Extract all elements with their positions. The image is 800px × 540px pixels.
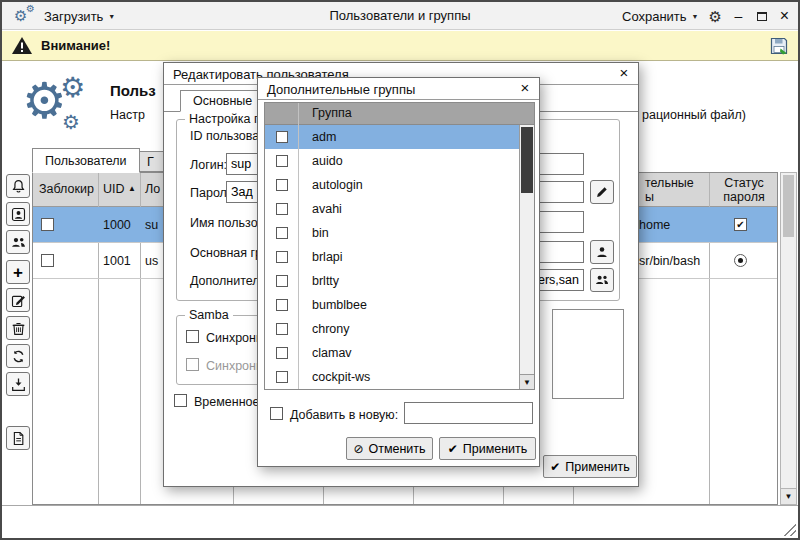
group-label: adm	[312, 125, 336, 149]
toolbar-edit-button[interactable]	[6, 288, 30, 312]
group-row[interactable]: clamav	[265, 341, 519, 365]
window-titlebar: ⚙ ⚙ Загрузить ▼ Пользователи и группы Со…	[2, 2, 798, 30]
group-checkbox[interactable]	[276, 347, 288, 359]
group-checkbox[interactable]	[276, 227, 288, 239]
scrollbar-thumb[interactable]	[521, 127, 533, 193]
toolbar-add-button[interactable]: +	[6, 260, 30, 284]
dialog-titlebar: Дополнительные группы ×	[258, 78, 539, 100]
login-cell: us	[145, 243, 158, 279]
group-row[interactable]: bin	[265, 221, 519, 245]
password-status-radio[interactable]	[734, 254, 747, 267]
group-row[interactable]: avahi	[265, 197, 519, 221]
settings-gear-button[interactable]: ⚙	[709, 9, 722, 24]
scrollbar-down-button[interactable]: ▼	[781, 488, 796, 504]
uid-cell: 1000	[103, 207, 131, 243]
groups-list-box[interactable]	[552, 309, 624, 399]
temp-account-checkbox[interactable]	[174, 394, 187, 407]
group-checkbox[interactable]	[276, 155, 288, 167]
vertical-scrollbar[interactable]: ▼	[519, 125, 534, 389]
home-cell: home	[639, 207, 670, 243]
group-checkbox[interactable]	[276, 131, 288, 143]
column-divider	[298, 103, 299, 389]
column-header-uid[interactable]: UID ▲	[103, 182, 136, 196]
refresh-icon	[11, 349, 26, 364]
shell-cell: sr/bin/bash	[639, 243, 700, 279]
fieldset-legend: Samba	[185, 308, 233, 322]
scrollbar-down-button[interactable]: ▼	[520, 374, 534, 389]
toolbar-refresh-button[interactable]	[6, 344, 30, 368]
tab-basic[interactable]: Основные	[180, 90, 265, 112]
scrollbar-thumb[interactable]	[783, 175, 794, 237]
group-row[interactable]: bumblbee	[265, 293, 519, 317]
check-icon: ✔	[550, 461, 560, 473]
group-row[interactable]: adm	[265, 125, 519, 149]
group-row[interactable]: autologin	[265, 173, 519, 197]
sync-password-checkbox[interactable]	[186, 330, 199, 343]
apply-label: Применить	[565, 460, 630, 474]
dialog-close-button[interactable]: ×	[617, 65, 631, 81]
toolbar-user-button[interactable]	[6, 202, 30, 226]
maximize-button[interactable]	[755, 9, 768, 23]
group-checkbox[interactable]	[276, 203, 288, 215]
apply-button[interactable]: ✔ Применить	[439, 437, 536, 460]
save-config-button[interactable]	[769, 36, 789, 56]
row-blocked-checkbox[interactable]	[41, 218, 54, 231]
group-checkbox[interactable]	[276, 251, 288, 263]
warning-icon	[11, 36, 33, 55]
group-label: clamav	[312, 341, 352, 365]
cancel-label: Отменить	[368, 442, 425, 456]
vertical-scrollbar[interactable]: ▼	[780, 172, 797, 505]
primary-group-pick-button[interactable]	[590, 240, 614, 264]
group-row[interactable]: cockpit-ws	[265, 365, 519, 389]
toolbar-groups-button[interactable]	[6, 230, 30, 254]
group-row[interactable]: brlapi	[265, 245, 519, 269]
save-menu-button[interactable]: Сохранить ▼	[622, 2, 699, 30]
tab-basic-label: Основные	[193, 94, 252, 108]
close-button[interactable]: ×	[778, 8, 791, 24]
warning-text: Внимание!	[41, 38, 110, 53]
cancel-icon: ⊘	[353, 443, 363, 455]
group-label: brlapi	[312, 245, 343, 269]
group-row[interactable]: auido	[265, 149, 519, 173]
group-row[interactable]: brltty	[265, 269, 519, 293]
group-checkbox[interactable]	[276, 323, 288, 335]
resize-grip[interactable]	[780, 520, 796, 536]
user-card-icon	[11, 207, 26, 222]
floppy-save-icon	[769, 36, 789, 56]
password-edit-button[interactable]	[590, 180, 614, 204]
groups-header-line2: ы	[645, 190, 694, 204]
group-label: brltty	[312, 269, 339, 293]
group-row[interactable]: chrony	[265, 317, 519, 341]
password-status-checkbox[interactable]: ✔	[734, 218, 747, 231]
column-header-status[interactable]: Статуспароля	[709, 176, 779, 204]
group-label: avahi	[312, 197, 342, 221]
group-checkbox[interactable]	[276, 275, 288, 287]
minimize-button[interactable]: –	[732, 9, 745, 23]
column-header-groups[interactable]: тельныеы	[645, 176, 694, 204]
toolbar-import-button[interactable]	[6, 372, 30, 396]
sync-password2-checkbox[interactable]	[186, 358, 199, 371]
group-checkbox[interactable]	[276, 179, 288, 191]
cancel-button[interactable]: ⊘ Отменить	[346, 437, 433, 460]
save-menu-label: Сохранить	[622, 9, 687, 24]
login-cell: su	[145, 207, 158, 243]
apply-button[interactable]: ✔ Применить	[543, 455, 637, 478]
add-new-group-checkbox[interactable]	[270, 407, 283, 420]
toolbar-report-button[interactable]	[6, 426, 30, 450]
row-blocked-checkbox[interactable]	[41, 254, 54, 267]
toolbar-notifications-button[interactable]	[6, 174, 30, 198]
extra-groups-pick-button[interactable]	[590, 268, 614, 292]
column-header-blocked[interactable]: Заблокир	[39, 182, 94, 196]
toolbar-delete-button[interactable]	[6, 316, 30, 340]
tab-users[interactable]: Пользователи	[32, 148, 140, 173]
tab-users-label: Пользователи	[45, 154, 127, 168]
group-checkbox[interactable]	[276, 299, 288, 311]
group-checkbox[interactable]	[276, 371, 288, 383]
add-new-group-input[interactable]	[404, 402, 533, 424]
dialog-close-button[interactable]: ×	[518, 80, 532, 96]
bell-icon	[11, 179, 26, 194]
uid-header-label: UID	[103, 182, 125, 196]
groups-header-line1: тельные	[645, 176, 694, 190]
column-header-login[interactable]: Ло	[145, 182, 160, 196]
trash-icon	[11, 321, 26, 336]
